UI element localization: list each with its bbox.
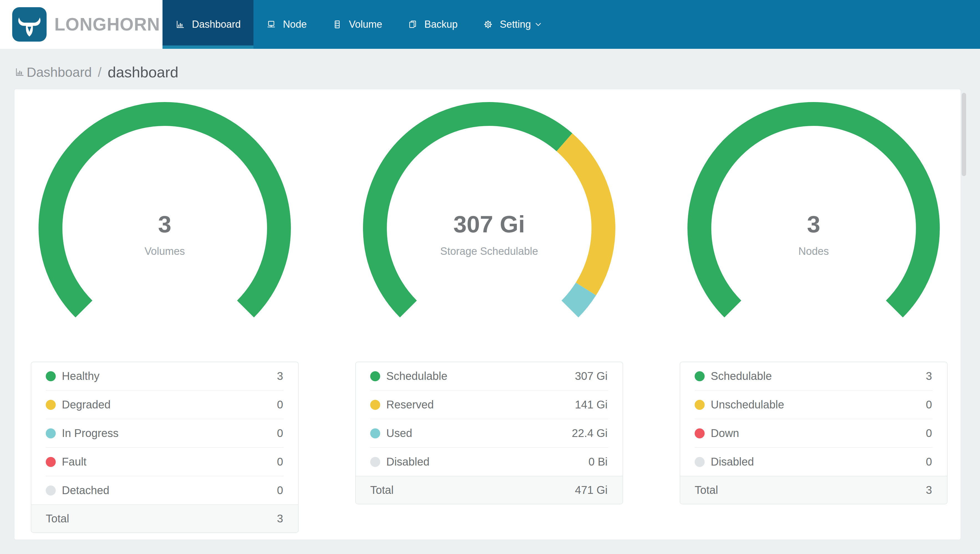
breadcrumb-root-link[interactable]: Dashboard — [27, 65, 92, 80]
gauge-center-value: 3 — [31, 209, 299, 240]
legend-row-down: Down0 — [680, 419, 947, 447]
legend-row-in-progress: In Progress0 — [31, 419, 298, 447]
gauge-segment-used — [570, 289, 586, 309]
gauge-column-volumes: 3VolumesHealthy3Degraded0In Progress0Fau… — [31, 89, 299, 540]
breadcrumb-separator: / — [98, 65, 102, 80]
legend-row-detached: Detached0 — [31, 476, 298, 505]
green-status-dot-icon — [370, 371, 380, 381]
legend-row-value: 0 — [277, 455, 283, 468]
total-value: 471 Gi — [575, 484, 608, 496]
legend-table-volumes: Healthy3Degraded0In Progress0Fault0Detac… — [31, 361, 299, 533]
legend-row-label: In Progress — [62, 427, 119, 439]
nav-item-dashboard[interactable]: Dashboard — [162, 0, 253, 49]
legend-row-label: Healthy — [62, 370, 100, 382]
longhorn-bull-icon — [12, 7, 46, 41]
legend-row-label: Reserved — [386, 398, 434, 411]
legend-row-label: Unschedulable — [711, 398, 784, 411]
legend-table-nodes: Schedulable3Unschedulable0Down0Disabled0… — [680, 361, 948, 505]
legend-total-row: Total3 — [31, 505, 298, 532]
legend-row-label: Detached — [62, 484, 109, 497]
gauge-column-nodes: 3NodesSchedulable3Unschedulable0Down0Dis… — [680, 89, 948, 540]
legend-row-schedulable: Schedulable307 Gi — [356, 362, 622, 390]
server-icon — [332, 19, 342, 29]
vertical-scrollbar-thumb[interactable] — [962, 93, 966, 176]
gauge-center-label: Nodes — [680, 245, 948, 258]
legend-row-value: 0 — [277, 427, 283, 439]
nav-item-label: Volume — [349, 19, 382, 30]
legend-row-healthy: Healthy3 — [31, 362, 298, 390]
legend-row-degraded: Degraded0 — [31, 391, 298, 419]
gray-status-dot-icon — [370, 457, 380, 467]
legend-row-value: 0 — [926, 398, 932, 411]
app-header: LONGHORN Dashboard Node Volume Backup — [0, 0, 980, 49]
nav-item-label: Setting — [500, 19, 531, 30]
brand-title: LONGHORN — [54, 14, 160, 35]
nav-item-label: Dashboard — [192, 19, 241, 30]
legend-total-row: Total3 — [680, 476, 947, 504]
total-label: Total — [370, 484, 394, 496]
legend-row-value: 141 Gi — [575, 398, 608, 411]
gauge-center-label: Storage Schedulable — [355, 245, 623, 258]
nav-item-backup[interactable]: Backup — [395, 0, 470, 49]
legend-table-storage-schedulable: Schedulable307 GiReserved141 GiUsed22.4 … — [355, 361, 623, 505]
red-status-dot-icon — [695, 428, 705, 438]
laptop-icon — [266, 19, 276, 29]
teal-status-dot-icon — [370, 428, 380, 438]
yellow-status-dot-icon — [46, 400, 56, 410]
legend-total-row: Total471 Gi — [356, 476, 622, 504]
bar-chart-icon — [14, 67, 25, 77]
green-status-dot-icon — [46, 371, 56, 381]
legend-row-value: 0 — [926, 455, 932, 468]
legend-row-label: Down — [711, 427, 739, 439]
total-value: 3 — [277, 513, 283, 525]
legend-row-disabled: Disabled0 Bi — [356, 448, 622, 476]
main-nav: Dashboard Node Volume Backup Setting — [162, 0, 555, 49]
legend-row-label: Schedulable — [711, 370, 772, 382]
yellow-status-dot-icon — [695, 400, 705, 410]
total-value: 3 — [926, 484, 932, 496]
gauge-center-label: Volumes — [31, 245, 299, 258]
legend-row-fault: Fault0 — [31, 448, 298, 476]
legend-row-label: Used — [386, 427, 412, 439]
legend-row-label: Schedulable — [386, 370, 447, 382]
breadcrumb: Dashboard / dashboard — [14, 59, 178, 85]
nav-item-label: Node — [283, 19, 307, 30]
legend-row-label: Degraded — [62, 398, 111, 411]
legend-row-schedulable: Schedulable3 — [680, 362, 947, 390]
teal-status-dot-icon — [46, 428, 56, 438]
nav-item-volume[interactable]: Volume — [320, 0, 395, 49]
legend-row-disabled: Disabled0 — [680, 448, 947, 476]
legend-row-reserved: Reserved141 Gi — [356, 391, 622, 419]
legend-row-label: Fault — [62, 455, 86, 468]
gauge-column-storage-schedulable: 307 GiStorage SchedulableSchedulable307 … — [355, 89, 623, 540]
red-status-dot-icon — [46, 457, 56, 467]
gauge-center-value: 307 Gi — [355, 209, 623, 240]
gray-status-dot-icon — [46, 486, 56, 495]
legend-row-label: Disabled — [711, 455, 754, 468]
legend-row-value: 0 — [277, 484, 283, 497]
legend-row-value: 0 — [277, 398, 283, 411]
green-status-dot-icon — [695, 371, 705, 381]
chevron-down-icon — [534, 20, 542, 29]
legend-row-value: 0 Bi — [589, 455, 608, 468]
nav-item-label: Backup — [424, 19, 458, 30]
legend-row-unschedulable: Unschedulable0 — [680, 391, 947, 419]
bar-chart-icon — [175, 19, 185, 29]
yellow-status-dot-icon — [370, 400, 380, 410]
legend-row-value: 3 — [277, 370, 283, 382]
gray-status-dot-icon — [695, 457, 705, 467]
brand-logo[interactable]: LONGHORN — [0, 0, 162, 49]
copy-file-icon — [408, 19, 418, 29]
gear-icon — [483, 19, 493, 29]
legend-row-value: 307 Gi — [575, 370, 608, 382]
legend-row-used: Used22.4 Gi — [356, 419, 622, 447]
total-label: Total — [46, 513, 69, 525]
legend-row-label: Disabled — [386, 455, 430, 468]
total-label: Total — [695, 484, 718, 496]
nav-item-node[interactable]: Node — [253, 0, 320, 49]
legend-row-value: 0 — [926, 427, 932, 439]
gauge-center-value: 3 — [680, 209, 948, 240]
nav-item-setting[interactable]: Setting — [470, 0, 555, 49]
legend-row-value: 22.4 Gi — [572, 427, 608, 439]
legend-row-value: 3 — [926, 370, 932, 382]
